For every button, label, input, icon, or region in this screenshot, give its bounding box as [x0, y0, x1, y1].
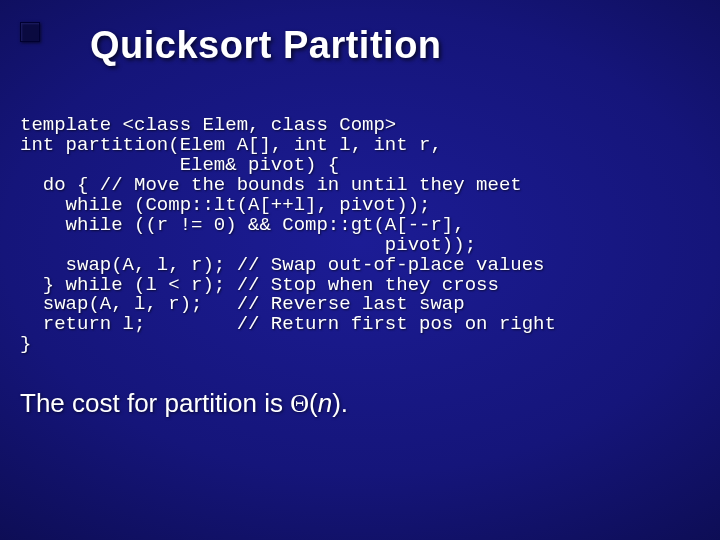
bullet-square [20, 22, 40, 42]
cost-text-prefix: The cost for partition is [20, 388, 290, 418]
open-paren: ( [309, 388, 318, 418]
code-block: template <class Elem, class Comp> int pa… [20, 116, 700, 355]
cost-variable: n [318, 388, 332, 418]
theta-symbol: Θ [290, 389, 309, 418]
close-paren: ). [332, 388, 348, 418]
slide: Quicksort Partition template <class Elem… [0, 0, 720, 540]
slide-title: Quicksort Partition [90, 24, 442, 67]
cost-statement: The cost for partition is Θ(n). [20, 388, 348, 419]
